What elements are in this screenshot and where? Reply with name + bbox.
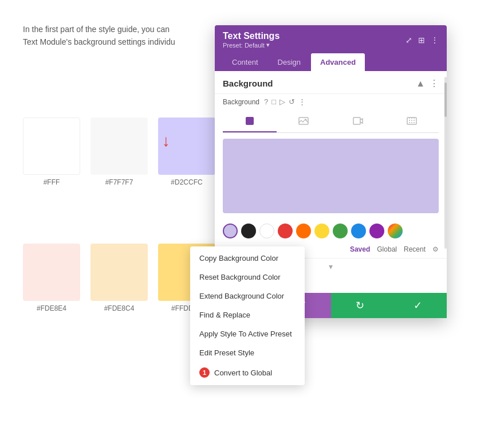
svg-rect-0: [246, 117, 254, 125]
context-menu-item-find-replace[interactable]: Find & Replace: [190, 305, 305, 324]
swatch-item: #D2CCFC: [158, 117, 215, 186]
redo-button[interactable]: ↻: [331, 293, 389, 318]
bg-type-tabs: [223, 111, 439, 133]
mobile-icon[interactable]: □: [271, 97, 276, 106]
tab-advanced[interactable]: Advanced: [311, 53, 365, 71]
panel-header: Text Settings Preset: Default ▾ ⤢ ⊞ ⋮: [215, 25, 447, 53]
context-menu: Copy Background Color Reset Background C…: [190, 246, 305, 385]
section-title: Background: [223, 79, 273, 88]
color-picker-row: [215, 219, 447, 243]
context-menu-item-reset-bg[interactable]: Reset Background Color: [190, 268, 305, 287]
color-swatch-orange[interactable]: [296, 224, 311, 238]
confirm-icon: ✓: [414, 299, 422, 312]
context-menu-item-extend-bg[interactable]: Extend Background Color: [190, 287, 305, 305]
tab-design[interactable]: Design: [269, 53, 310, 71]
color-swatch-green[interactable]: [333, 224, 348, 238]
swatch-label: #FDE8C4: [104, 304, 135, 312]
convert-global-badge: 1: [199, 367, 210, 378]
svg-point-2: [305, 119, 307, 121]
swatch-label: #FDE8E4: [37, 304, 66, 312]
confirm-button[interactable]: ✓: [389, 293, 447, 318]
color-swatch-purple[interactable]: [223, 224, 238, 238]
context-menu-label-copy: Copy Background Color: [199, 254, 278, 262]
context-menu-item-edit-preset[interactable]: Edit Preset Style: [190, 343, 305, 362]
swatch-box: [23, 117, 80, 175]
panel-tabs: Content Design Advanced: [215, 53, 447, 71]
more-options-icon[interactable]: ⋮: [298, 97, 306, 106]
swatch-box: [23, 244, 80, 301]
bg-type-gradient[interactable]: [385, 111, 439, 132]
background-label-row: Background ? □ ▷ ↺ ⋮: [215, 94, 447, 111]
question-icon[interactable]: ?: [264, 97, 268, 106]
context-menu-item-copy-bg[interactable]: Copy Background Color: [190, 249, 305, 268]
saved-tab[interactable]: Saved: [350, 245, 370, 253]
panel-preset[interactable]: Preset: Default ▾: [223, 41, 279, 49]
svg-rect-3: [353, 117, 360, 124]
color-gradient-swatch[interactable]: [388, 224, 403, 238]
color-swatch-red[interactable]: [278, 224, 293, 238]
panel-scrollbar[interactable]: [444, 77, 447, 249]
section-chevron-up-icon[interactable]: ▲: [416, 79, 425, 89]
bg-row-icons: ? □ ▷ ↺ ⋮: [264, 97, 306, 106]
color-swatch-dark-purple[interactable]: [369, 224, 384, 238]
more-icon[interactable]: ⋮: [431, 36, 439, 45]
swatch-item: #FDE8C4: [90, 244, 148, 312]
color-preview-area: [223, 139, 439, 213]
swatch-label: #F7F7F7: [105, 178, 133, 186]
color-swatch-black[interactable]: [241, 224, 256, 238]
swatch-item: #F7F7F7: [90, 117, 148, 186]
swatch-label: #FFF: [44, 178, 60, 186]
panel-title-group: Text Settings Preset: Default ▾: [223, 31, 279, 49]
swatch-item: #FFF: [23, 117, 80, 186]
section-header-right: ▲ ⋮: [416, 78, 439, 89]
swatch-item: #FDE8E4: [23, 244, 80, 312]
global-tab[interactable]: Global: [377, 245, 397, 253]
context-menu-label-convert: Convert to Global: [214, 369, 272, 377]
recent-tab[interactable]: Recent: [404, 245, 426, 253]
redo-icon: ↻: [356, 299, 364, 312]
background-section-header: Background ▲ ⋮: [215, 71, 447, 94]
context-menu-label-reset: Reset Background Color: [199, 273, 281, 281]
color-swatch-white[interactable]: [259, 224, 274, 238]
context-menu-label-edit: Edit Preset Style: [199, 348, 254, 357]
background-label: Background: [223, 98, 259, 106]
context-menu-item-apply-preset[interactable]: Apply Style To Active Preset: [190, 324, 305, 343]
context-menu-label-extend: Extend Background Color: [199, 292, 284, 300]
color-swatch-yellow[interactable]: [314, 224, 329, 238]
cursor-icon[interactable]: ▷: [279, 97, 285, 106]
chevron-down-icon: ▾: [329, 262, 333, 271]
tab-content[interactable]: Content: [223, 53, 267, 71]
bg-type-video[interactable]: [331, 111, 385, 132]
context-menu-label-apply: Apply Style To Active Preset: [199, 330, 292, 338]
columns-icon[interactable]: ⊞: [418, 36, 425, 45]
swatch-box: [90, 244, 148, 301]
context-menu-item-convert-global[interactable]: 1 Convert to Global: [190, 362, 305, 383]
section-more-icon[interactable]: ⋮: [430, 78, 439, 89]
fullscreen-icon[interactable]: ⤢: [405, 36, 412, 45]
bg-type-image[interactable]: [277, 111, 330, 132]
saved-settings-icon[interactable]: ⚙: [432, 245, 439, 253]
swatch-label: #D2CCFC: [171, 178, 202, 186]
swatch-box: [90, 117, 148, 175]
color-swatch-blue[interactable]: [351, 224, 366, 238]
panel-header-icons: ⤢ ⊞ ⋮: [405, 36, 439, 45]
context-menu-label-find: Find & Replace: [199, 311, 250, 319]
panel-title: Text Settings: [223, 31, 279, 41]
bg-type-color[interactable]: [223, 111, 277, 132]
red-arrow-indicator: ↓: [162, 132, 170, 150]
reset-icon[interactable]: ↺: [289, 97, 295, 106]
panel-scrollbar-thumb: [444, 83, 447, 117]
